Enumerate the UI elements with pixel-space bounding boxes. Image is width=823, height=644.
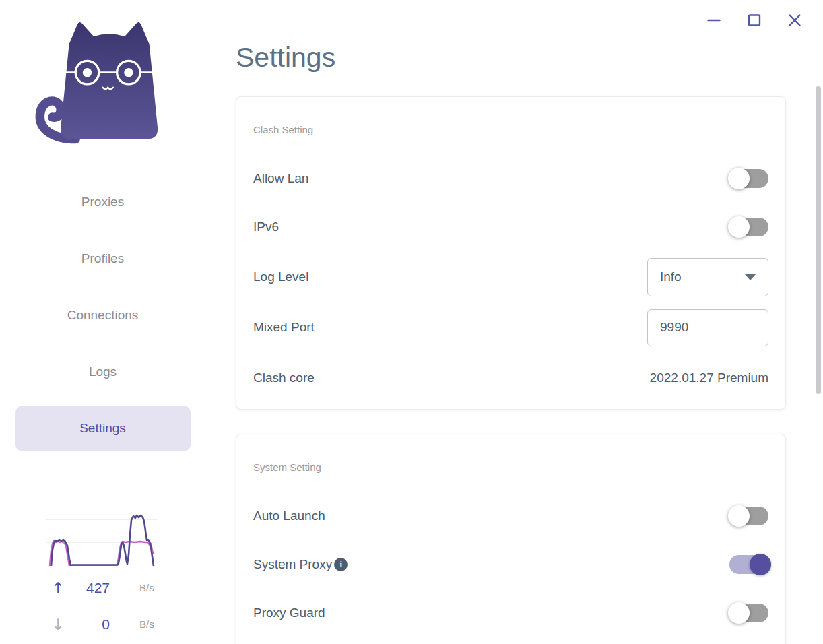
auto-launch-toggle[interactable]: [729, 507, 768, 525]
mixed-port-input[interactable]: [647, 309, 768, 346]
auto-launch-row: Auto Launch: [253, 492, 768, 540]
mixed-port-label: Mixed Port: [253, 320, 315, 335]
traffic-graph: [46, 508, 158, 566]
toggle-thumb: [728, 168, 750, 189]
chevron-down-icon: [745, 274, 756, 280]
log-level-select[interactable]: Info: [647, 258, 768, 296]
system-proxy-row: System Proxy i: [253, 540, 768, 589]
clash-core-row: Clash core 2022.01.27 Premium: [253, 354, 768, 402]
close-button[interactable]: [787, 13, 802, 28]
window-controls: [706, 13, 802, 28]
sidebar-item-proxies[interactable]: Proxies: [15, 179, 191, 225]
proxy-guard-toggle[interactable]: [729, 604, 768, 622]
download-speed-unit: B/s: [139, 614, 154, 635]
auto-launch-label: Auto Launch: [253, 509, 325, 523]
system-proxy-label-text: System Proxy: [253, 557, 332, 572]
minimize-button[interactable]: [706, 13, 721, 28]
maximize-button[interactable]: [747, 13, 762, 28]
sidebar: Proxies Profiles Connections Logs Settin…: [0, 0, 205, 644]
mixed-port-row: Mixed Port: [253, 303, 768, 352]
upload-speed-unit: B/s: [139, 578, 154, 598]
info-icon[interactable]: i: [334, 558, 348, 571]
upload-speed-value: 427: [63, 578, 110, 598]
allow-lan-label: Allow Lan: [253, 171, 308, 186]
toggle-thumb: [750, 554, 771, 575]
system-setting-card: System Setting Auto Launch System Proxy …: [236, 434, 786, 644]
maximize-icon: [747, 13, 762, 28]
close-icon: [787, 13, 802, 28]
sidebar-item-label: Logs: [89, 364, 117, 379]
sidebar-item-connections[interactable]: Connections: [15, 292, 191, 338]
log-level-row: Log Level Info: [253, 253, 768, 301]
ipv6-row: IPv6: [253, 203, 768, 251]
clash-core-label: Clash core: [253, 371, 315, 385]
sidebar-item-settings[interactable]: Settings: [15, 406, 191, 451]
ipv6-toggle[interactable]: [729, 218, 768, 236]
proxy-guard-label: Proxy Guard: [253, 606, 325, 620]
sidebar-item-label: Profiles: [81, 251, 124, 266]
minimize-icon: [706, 13, 721, 28]
sidebar-item-profiles[interactable]: Profiles: [15, 236, 191, 282]
log-level-label: Log Level: [253, 269, 308, 284]
app-window: Proxies Profiles Connections Logs Settin…: [0, 0, 823, 644]
section-title: System Setting: [253, 461, 321, 473]
allow-lan-row: Allow Lan: [253, 154, 768, 203]
ipv6-label: IPv6: [253, 220, 279, 234]
allow-lan-toggle[interactable]: [729, 169, 768, 188]
log-level-value: Info: [660, 269, 682, 284]
section-title: Clash Setting: [253, 124, 313, 135]
sidebar-item-logs[interactable]: Logs: [15, 349, 191, 395]
proxy-guard-row: Proxy Guard: [253, 589, 768, 637]
sidebar-item-label: Settings: [79, 421, 126, 436]
page-title: Settings: [236, 42, 335, 73]
sidebar-item-label: Connections: [67, 308, 139, 323]
upload-speed-row: ↑ 427 B/s: [0, 578, 205, 598]
toggle-thumb: [728, 602, 750, 624]
clash-core-version: 2022.01.27 Premium: [650, 371, 768, 385]
traffic-line-pink: [50, 541, 154, 566]
clash-cat-logo: [30, 18, 160, 148]
system-proxy-toggle[interactable]: [729, 555, 768, 574]
toggle-thumb: [728, 216, 750, 238]
sidebar-nav: Proxies Profiles Connections Logs Settin…: [0, 179, 205, 462]
download-speed-value: 0: [63, 614, 110, 635]
system-proxy-label: System Proxy i: [253, 557, 348, 572]
download-speed-row: ↓ 0 B/s: [0, 614, 205, 635]
clash-setting-card: Clash Setting Allow Lan IPv6 Log Level I…: [236, 96, 786, 410]
toggle-thumb: [728, 505, 750, 527]
vertical-scrollbar-thumb[interactable]: [816, 86, 821, 394]
sidebar-item-label: Proxies: [81, 195, 124, 210]
traffic-line-indigo: [51, 515, 154, 566]
